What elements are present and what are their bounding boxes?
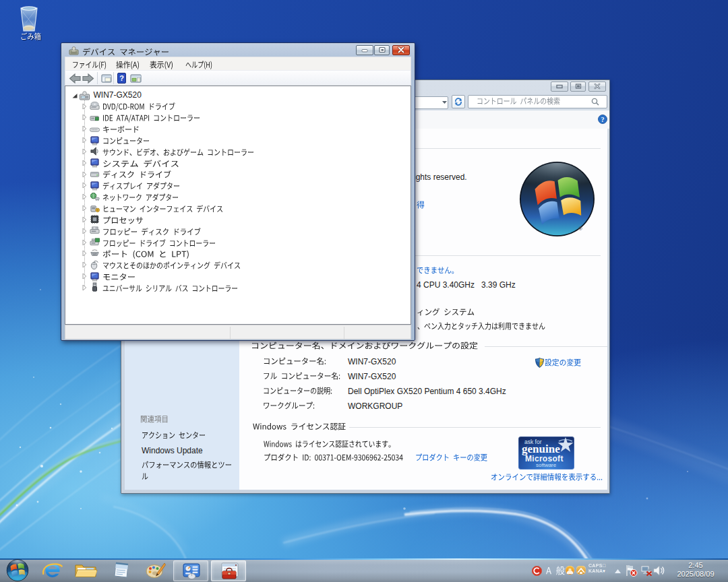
svg-text:?: ? (119, 74, 124, 82)
svg-text:?: ? (601, 116, 605, 123)
